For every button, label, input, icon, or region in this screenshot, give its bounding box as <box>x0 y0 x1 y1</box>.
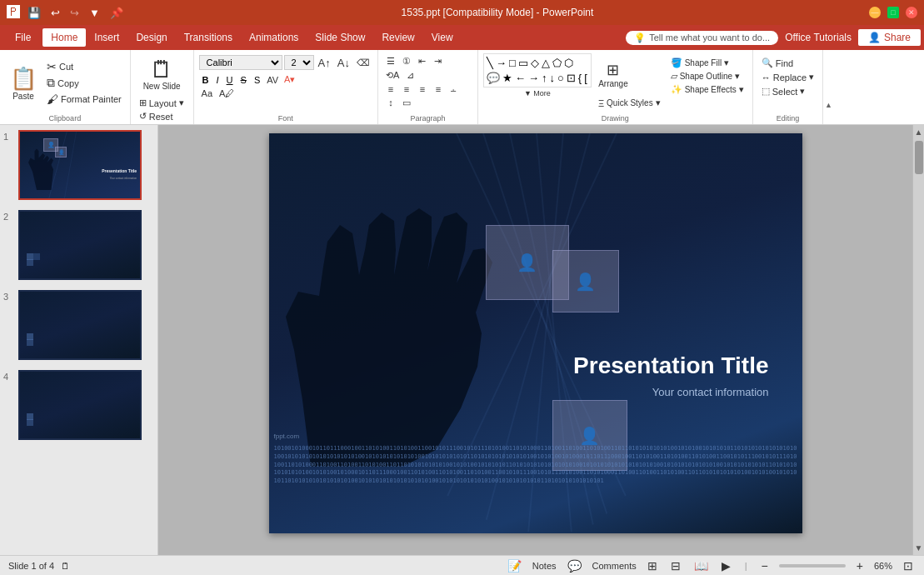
slide-subtitle[interactable]: Your contact information <box>652 386 769 398</box>
shape-brace[interactable]: { <box>577 71 582 85</box>
tell-me-input[interactable]: 💡 Tell me what you want to do... <box>626 31 778 45</box>
shape-oval[interactable]: ○ <box>557 71 565 85</box>
comments-button[interactable]: 💬 <box>565 559 584 572</box>
align-right-button[interactable]: ≡ <box>415 83 430 95</box>
reading-view-button[interactable]: 📖 <box>692 559 711 572</box>
scroll-down-button[interactable]: ▼ <box>912 541 924 555</box>
reset-button[interactable]: ↺ Reset <box>136 110 177 122</box>
shape-rect[interactable]: □ <box>508 56 517 70</box>
slide-thumbnail-4[interactable] <box>18 370 142 440</box>
slide-title[interactable]: Presentation Title <box>573 352 768 379</box>
zoom-slider[interactable] <box>779 564 846 568</box>
text-direction-button[interactable]: ⟲A <box>383 69 402 82</box>
shape-fill-button[interactable]: 🪣 Shape Fill ▾ <box>667 57 747 69</box>
shape-star[interactable]: ★ <box>502 71 513 85</box>
slide-workspace[interactable]: 👤 👤 👤 Presentation Title Your contact in… <box>158 125 912 555</box>
convert-to-smartart-button[interactable]: ⊿ <box>402 69 417 82</box>
close-button[interactable]: ✕ <box>906 7 917 18</box>
bold-button[interactable]: B <box>199 74 212 86</box>
fit-slide-button[interactable]: ⊡ <box>901 559 916 572</box>
shape-cylinder[interactable]: ⊡ <box>566 71 577 85</box>
slide-thumb-1[interactable]: 1 👤 👤 Presentation Title Your contact <box>0 125 157 205</box>
scroll-thumb[interactable] <box>915 141 923 174</box>
shape-outline-button[interactable]: ▱ Shape Outline ▾ <box>667 70 747 82</box>
justify-button[interactable]: ≡ <box>431 83 446 95</box>
slide-thumb-2[interactable]: 2 <box>0 205 157 285</box>
slide-sorter-button[interactable]: ⊟ <box>668 559 683 572</box>
text-highlight-button[interactable]: A🖊 <box>217 88 237 99</box>
shape-arrow[interactable]: → <box>495 56 507 70</box>
menu-file[interactable]: File <box>3 28 42 47</box>
numbering-button[interactable]: ① <box>399 55 414 68</box>
decrease-indent-button[interactable]: ⇤ <box>415 55 430 68</box>
char-spacing-button[interactable]: AV <box>264 74 281 86</box>
shape-up-arrow[interactable]: ↑ <box>541 71 548 85</box>
shape-left-arrow[interactable]: ← <box>514 71 527 85</box>
slide-thumbnail-3[interactable] <box>18 290 142 360</box>
zoom-in-button[interactable]: + <box>854 559 866 572</box>
font-family-select[interactable]: Calibri <box>199 55 282 70</box>
slide-thumb-4[interactable]: 4 <box>0 365 157 445</box>
shape-line[interactable]: ╲ <box>486 56 494 70</box>
text-case-button[interactable]: Aa <box>199 88 215 99</box>
scroll-up-button[interactable]: ▲ <box>912 125 924 139</box>
find-button[interactable]: 🔍 Find <box>758 57 817 69</box>
shape-diamond[interactable]: ◇ <box>530 56 540 70</box>
font-size-select[interactable]: 24 <box>284 55 314 70</box>
maximize-button[interactable]: □ <box>887 7 899 18</box>
align-center-button[interactable]: ≡ <box>399 83 414 95</box>
shape-right-arrow[interactable]: → <box>527 71 540 85</box>
undo-button[interactable]: ↩ <box>48 6 62 20</box>
font-color-button[interactable]: A▾ <box>282 73 297 86</box>
menu-slideshow[interactable]: Slide Show <box>307 28 373 47</box>
shape-callout[interactable]: 💬 <box>486 71 501 85</box>
text-shadow-button[interactable]: S <box>251 74 263 86</box>
quick-styles-button[interactable]: Ξ Quick Styles ▾ <box>595 97 664 109</box>
new-slide-button[interactable]: 🗒 New Slide <box>136 53 188 95</box>
normal-view-button[interactable]: ⊞ <box>645 559 660 572</box>
menu-design[interactable]: Design <box>127 28 175 47</box>
text-box-button[interactable]: ▭ <box>399 97 414 109</box>
underline-button[interactable]: U <box>223 74 237 86</box>
redo-button[interactable]: ↪ <box>67 6 82 20</box>
main-slide[interactable]: 👤 👤 👤 Presentation Title Your contact in… <box>269 133 802 533</box>
shape-pentagon[interactable]: ⬠ <box>552 56 562 70</box>
right-scrollbar[interactable]: ▲ ▼ <box>912 125 924 555</box>
menu-review[interactable]: Review <box>373 28 422 47</box>
select-button[interactable]: ⬚ Select ▾ <box>758 85 817 98</box>
customize-quick-access[interactable]: ▼ <box>87 6 102 20</box>
layout-button[interactable]: ⊞ Layout ▾ <box>136 97 187 109</box>
shape-down-arrow[interactable]: ↓ <box>548 71 556 85</box>
minimize-button[interactable]: — <box>869 7 881 18</box>
bullets-button[interactable]: ☰ <box>383 55 398 68</box>
share-button[interactable]: 👤 Share <box>858 29 921 46</box>
clear-format-button[interactable]: ⌫ <box>354 57 372 69</box>
italic-button[interactable]: I <box>213 74 222 86</box>
shape-rounded-rect[interactable]: ▭ <box>517 56 529 70</box>
comments-label[interactable]: Comments <box>592 561 637 571</box>
menu-view[interactable]: View <box>423 28 462 47</box>
slideshow-button[interactable]: ▶ <box>719 559 733 572</box>
slide-info-icon[interactable]: 🗒 <box>61 561 70 571</box>
shape-triangle[interactable]: △ <box>541 56 551 70</box>
notes-label[interactable]: Notes <box>532 561 557 571</box>
save-button[interactable]: 💾 <box>25 6 43 20</box>
slide-thumb-3[interactable]: 3 <box>0 285 157 365</box>
shapes-more-button[interactable]: ▼ More <box>483 88 592 98</box>
menu-animations[interactable]: Animations <box>241 28 307 47</box>
copy-button[interactable]: ⧉ Copy <box>43 75 82 91</box>
shape-hexagon[interactable]: ⬡ <box>563 56 574 70</box>
paste-button[interactable]: 📋 Paste <box>5 61 42 106</box>
menu-home[interactable]: Home <box>42 28 86 47</box>
decrease-font-button[interactable]: A↓ <box>335 56 352 70</box>
slide-thumbnail-2[interactable] <box>18 210 142 280</box>
line-spacing-button[interactable]: ↕ <box>383 97 398 109</box>
arrange-button[interactable]: ⊞ Arrange <box>595 53 632 95</box>
office-tutorials-link[interactable]: Office Tutorials <box>785 32 852 43</box>
slide-thumbnail-1[interactable]: 👤 👤 Presentation Title Your contact info… <box>18 130 142 200</box>
increase-font-button[interactable]: A↑ <box>316 56 333 70</box>
strikethrough-button[interactable]: S <box>237 74 250 86</box>
shape-effects-button[interactable]: ✨ Shape Effects ▾ <box>667 83 747 96</box>
align-left-button[interactable]: ≡ <box>383 83 398 95</box>
replace-button[interactable]: ↔ Replace ▾ <box>758 71 817 83</box>
